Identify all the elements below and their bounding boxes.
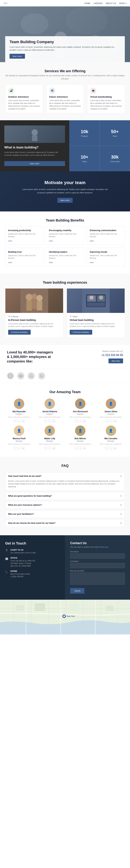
benefit-trust-link[interactable]: more: [8, 261, 12, 264]
services-grid: 🏕 Outdoor Adventure Lorem ipsum dolor si…: [5, 85, 125, 113]
social-fb-2[interactable]: f: [75, 420, 78, 423]
stat-years-label: Years: [82, 160, 87, 162]
contact-info-phone: 📞 PHONE Mon-Fri from 8am to 6pm. +1(256)…: [5, 570, 60, 578]
team-desc-7: Click to select the Text Element.: [97, 443, 125, 445]
nav-link-about[interactable]: About Us: [106, 2, 116, 4]
services-subtitle: We develop an expceptional integrated so…: [5, 74, 125, 80]
faq-question-2[interactable]: What are your insurance options? ∨: [5, 501, 125, 509]
social-fb-4[interactable]: f: [13, 447, 16, 450]
exp-inperson-image: [5, 288, 63, 313]
logo-1: [17, 372, 24, 379]
team-member-1: 👤 Jennie Roberts Engineer Click to selec…: [36, 399, 64, 423]
svg-point-18: [32, 294, 37, 299]
team-avatar-0: 👤: [14, 399, 24, 409]
social-fb-3[interactable]: f: [105, 420, 108, 423]
social-fb-0[interactable]: f: [13, 420, 16, 423]
benefit-leaders-link[interactable]: more: [49, 261, 53, 264]
service-card-virtual: 💻 Virtual teambuilding Lorem ipsum dolor…: [87, 85, 125, 113]
social-fb-7[interactable]: f: [105, 447, 108, 450]
team-member-4: 👤 Monica Pouli Manager Click to select t…: [5, 426, 33, 450]
svg-rect-19: [32, 299, 37, 309]
social-in-4[interactable]: in: [21, 447, 25, 450]
social-fb-1[interactable]: f: [44, 420, 47, 423]
hero-description: Lorem ipsum dolor sit amet, consectetur …: [9, 45, 121, 52]
svg-rect-17: [37, 301, 42, 310]
team-avatar-2: 👤: [75, 399, 85, 409]
social-tw-1[interactable]: t: [48, 420, 51, 423]
hero-content-box: Team Building Company Lorem ipsum dolor …: [5, 36, 125, 62]
nav-link-home[interactable]: Home: [84, 2, 90, 4]
logo-icon-1: [18, 373, 24, 378]
social-in-5[interactable]: in: [52, 447, 55, 450]
faq-question-1[interactable]: What are good questions for team buildin…: [5, 492, 125, 500]
submit-button[interactable]: Submit: [70, 588, 84, 594]
social-tw-6[interactable]: t: [79, 447, 82, 450]
contact-right-title: Contact Us: [70, 541, 125, 545]
benefit-creativity-link[interactable]: more: [49, 240, 53, 242]
services-section: Services We are Offering We develop an e…: [0, 62, 130, 120]
social-in-6[interactable]: in: [83, 447, 86, 450]
social-tw-7[interactable]: t: [110, 447, 113, 450]
social-tw-0[interactable]: t: [17, 420, 20, 423]
contact-phone-title: PHONE: [10, 570, 31, 572]
team-avatar-6: 👤: [75, 426, 85, 436]
benefit-leaders-desc: Sample text. Click to select the Text El…: [49, 254, 81, 259]
exp-virtual-content: 📍 Virtual Virtual team building Lorem ip…: [67, 313, 125, 337]
social-fb-6[interactable]: f: [75, 447, 78, 450]
contact-office-line0: Come say hello at our office HQ.: [10, 559, 35, 562]
social-in-3[interactable]: in: [114, 420, 117, 423]
exp-virtual-image: [67, 288, 125, 313]
nav-link-landing[interactable]: Landing: [94, 2, 102, 4]
benefit-communication-title: Enhancing communication: [90, 229, 122, 231]
team-title: Our Amazing Team: [5, 390, 125, 394]
social-fb-5[interactable]: f: [44, 447, 47, 450]
faq-question-4[interactable]: How do we choose the best event for our …: [5, 520, 125, 527]
contact-email-link[interactable]: info@company.com: [93, 546, 109, 548]
social-in-7[interactable]: in: [114, 447, 117, 450]
benefit-communication-desc: Sample text. Click to select the Text El…: [90, 232, 122, 238]
stats-learn-more-button[interactable]: learn more: [4, 161, 65, 166]
social-in-1[interactable]: in: [52, 420, 55, 423]
team-name-5: Walter Lilly: [36, 437, 64, 440]
firstname-input[interactable]: [70, 553, 125, 559]
social-in-0[interactable]: in: [21, 420, 25, 423]
team-member-3: 👤 James Oliver Engineer Click to select …: [97, 399, 125, 423]
svg-point-25: [99, 296, 103, 300]
benefit-morale-link[interactable]: more: [90, 261, 94, 264]
nav-link-page4[interactable]: Page 4: [119, 2, 127, 4]
lastname-input[interactable]: [70, 563, 125, 568]
hero-cta-button[interactable]: learn more: [9, 54, 25, 59]
exp-inperson-button[interactable]: In-Person Activities: [8, 330, 31, 335]
experiences-section: Team building experiences 📍 In-Person: [0, 274, 130, 345]
social-tw-3[interactable]: t: [110, 420, 113, 423]
faq-chevron-1: ∨: [120, 495, 122, 497]
social-tw-5[interactable]: t: [48, 447, 51, 450]
svg-rect-48: [106, 606, 114, 611]
exp-card-inperson: 📍 In-Person In-Person team building Lore…: [5, 288, 63, 338]
faq-question-3[interactable]: Who are your facilitators? ∨: [5, 510, 125, 518]
message-textarea[interactable]: [70, 572, 125, 585]
service-indoor-title: Indoor Adventure: [49, 96, 81, 98]
team-name-7: Mia Carvalho: [97, 437, 125, 440]
team-role-0: Engineer: [5, 413, 33, 415]
outdoor-icon: 🏕: [8, 88, 14, 94]
benefit-communication-link[interactable]: more: [90, 240, 94, 242]
loved-cta-label: Ready to speak with us?: [101, 350, 123, 352]
benefit-card-creativity: Encouraging creativity Sample text. Clic…: [46, 226, 84, 245]
faq-question-0[interactable]: How much lead time do we need? ∧: [5, 472, 125, 480]
team-social-5: f t in: [36, 447, 64, 450]
indoor-icon: 🏛: [49, 88, 55, 94]
team-member-6: 👤 Bob Wilson Manager Click to select the…: [67, 426, 94, 450]
social-tw-2[interactable]: t: [79, 420, 82, 423]
stats-illustration: [28, 127, 42, 141]
message-label: How can we help?: [70, 570, 125, 572]
loved-start-button[interactable]: Start Now: [109, 359, 123, 363]
motivate-button[interactable]: learn more: [57, 198, 73, 203]
social-in-2[interactable]: in: [83, 420, 86, 423]
team-avatar-1: 👤: [45, 399, 55, 409]
social-tw-4[interactable]: t: [17, 447, 20, 450]
contact-left: Get in Touch 📍 CHART TO US Our channel t…: [0, 535, 65, 600]
exp-virtual-button[interactable]: In-Person Activities: [70, 330, 92, 335]
benefit-productivity-link[interactable]: more: [8, 240, 12, 242]
team-role-1: Engineer: [36, 413, 64, 415]
